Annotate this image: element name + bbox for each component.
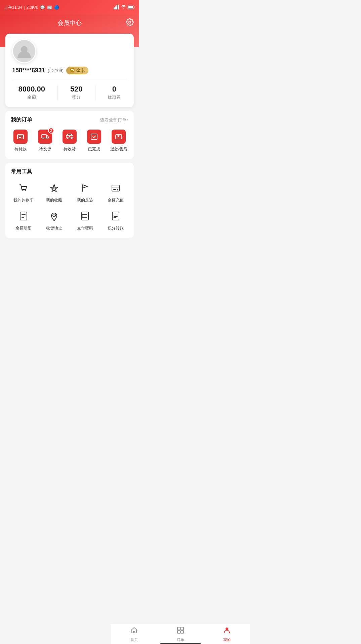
status-time: 上午11:34 <box>4 5 22 10</box>
nav-home[interactable]: 首页 <box>111 624 139 644</box>
footprint-label: 我的足迹 <box>77 198 93 203</box>
orders-header: 我的订单 查看全部订单 › <box>5 116 134 128</box>
stats-row: 8000.00 余额 520 积分 0 优惠券 <box>12 80 127 100</box>
wechat-icon: 💬 <box>40 5 45 10</box>
chevron-right-icon: › <box>127 117 128 122</box>
tools-title: 常用工具 <box>11 168 32 175</box>
vip-badge: 金卡 <box>66 67 88 74</box>
flag-icon <box>78 181 92 195</box>
profile-card: 158****6931 (ID:169) 金卡 8000.00 余额 520 <box>5 34 134 107</box>
page-title: 会员中心 <box>57 20 82 26</box>
tool-payment-password[interactable]: 支付密码 <box>70 209 101 231</box>
pending-payment-icon-wrap <box>13 129 28 144</box>
status-network: | 2.0K/s <box>24 5 38 10</box>
svg-point-6 <box>129 21 131 23</box>
recharge-icon: ¥ <box>108 181 123 195</box>
star-icon <box>47 181 62 195</box>
points-stat[interactable]: 520 积分 <box>70 85 83 100</box>
balance-label: 余额 <box>18 94 45 100</box>
address-label: 收货地址 <box>46 225 62 231</box>
recharge-label: 余额充值 <box>108 198 124 203</box>
status-bar: 上午11:34 | 2.0K/s 💬 📰 🔵 <box>0 0 139 15</box>
pending-payment-icon <box>13 130 28 144</box>
password-icon <box>78 209 92 223</box>
coupons-stat[interactable]: 0 优惠券 <box>108 85 121 100</box>
svg-rect-2 <box>116 5 117 9</box>
toutiao-icon: 📰 <box>47 5 52 10</box>
svg-rect-1 <box>115 6 116 9</box>
pending-receipt-icon-wrap <box>62 129 77 144</box>
vip-icon <box>70 67 75 74</box>
tools-section: 常用工具 我的购物车 <box>5 163 134 238</box>
pending-payment-label: 待付款 <box>14 146 27 152</box>
coupons-label: 优惠券 <box>108 94 121 100</box>
tool-points-transfer[interactable]: 积分转账 <box>101 209 131 231</box>
pending-receipt-icon <box>63 130 77 144</box>
tool-balance-detail[interactable]: 余额明细 <box>8 209 39 231</box>
order-pending-shipment[interactable]: 2 待发货 <box>33 128 57 153</box>
tool-footprint[interactable]: 我的足迹 <box>70 181 101 203</box>
refund-icon <box>112 130 126 144</box>
points-transfer-label: 积分转账 <box>108 225 124 231</box>
order-pending-receipt[interactable]: 待收货 <box>57 128 82 153</box>
completed-icon-wrap <box>86 129 102 144</box>
svg-point-29 <box>82 216 83 217</box>
order-grid: 待付款 2 待发货 <box>5 128 134 156</box>
svg-point-19 <box>22 190 23 191</box>
favorites-label: 我的收藏 <box>46 198 62 203</box>
order-pending-payment[interactable]: 待付款 <box>8 128 33 153</box>
transfer-icon <box>108 209 123 223</box>
svg-rect-17 <box>91 134 97 139</box>
svg-point-12 <box>42 138 43 139</box>
svg-point-26 <box>53 214 55 217</box>
view-all-orders-link[interactable]: 查看全部订单 › <box>100 117 128 123</box>
user-info-row: 158****6931 (ID:169) 金卡 <box>12 67 127 74</box>
avatar[interactable] <box>12 39 36 63</box>
tool-address[interactable]: 收货地址 <box>39 209 70 231</box>
tools-header: 常用工具 <box>5 168 134 179</box>
home-icon <box>130 626 138 636</box>
settings-button[interactable] <box>126 18 134 28</box>
payment-password-label: 支付密码 <box>77 225 93 231</box>
shipment-badge: 2 <box>48 128 54 134</box>
address-icon <box>47 209 62 223</box>
svg-rect-18 <box>116 135 122 139</box>
orders-title: 我的订单 <box>11 116 32 123</box>
svg-rect-5 <box>128 6 133 8</box>
balance-value: 8000.00 <box>18 85 45 94</box>
points-value: 520 <box>70 85 83 94</box>
msg-icon: 🔵 <box>54 5 59 10</box>
vip-level: 金卡 <box>76 68 85 74</box>
wifi-icon <box>121 5 126 10</box>
svg-point-15 <box>67 137 68 139</box>
svg-rect-9 <box>17 135 24 139</box>
order-refund[interactable]: 退款/售后 <box>107 128 131 153</box>
completed-label: 已完成 <box>88 146 100 152</box>
pending-receipt-label: 待收货 <box>64 146 76 152</box>
shopping-cart-icon <box>16 181 31 195</box>
svg-rect-3 <box>118 5 119 9</box>
pending-shipment-label: 待发货 <box>39 146 51 152</box>
phone-number: 158****6931 <box>12 67 45 74</box>
svg-point-28 <box>82 214 83 215</box>
svg-point-16 <box>71 137 72 139</box>
svg-point-21 <box>53 187 55 189</box>
battery-icon <box>128 5 135 10</box>
svg-rect-10 <box>19 137 21 138</box>
svg-point-13 <box>46 138 47 139</box>
completed-icon <box>87 130 101 144</box>
status-left: 上午11:34 | 2.0K/s 💬 📰 🔵 <box>4 5 59 10</box>
status-right <box>114 5 135 10</box>
balance-stat[interactable]: 8000.00 余额 <box>18 85 45 100</box>
points-label: 积分 <box>70 94 83 100</box>
svg-text:¥: ¥ <box>117 188 118 191</box>
user-id: (ID:169) <box>48 68 64 73</box>
shopping-cart-label: 我的购物车 <box>13 198 34 203</box>
order-completed[interactable]: 已完成 <box>82 128 107 153</box>
tool-favorites[interactable]: 我的收藏 <box>39 181 70 203</box>
tool-recharge[interactable]: ¥ 余额充值 <box>101 181 131 203</box>
refund-icon-wrap <box>111 129 126 144</box>
pending-shipment-icon-wrap: 2 <box>37 129 53 144</box>
tool-shopping-cart[interactable]: 我的购物车 <box>8 181 39 203</box>
tools-grid: 我的购物车 我的收藏 <box>5 179 134 235</box>
